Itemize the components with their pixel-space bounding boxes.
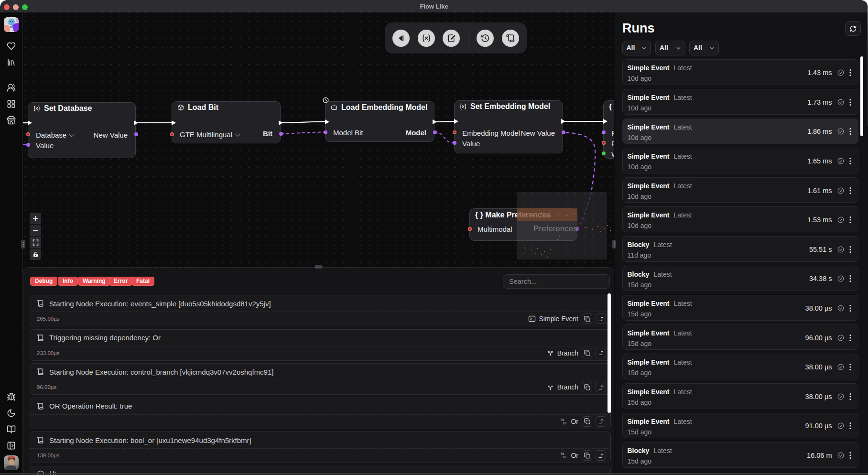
svg-text:01: 01 (561, 453, 564, 456)
svg-text:01: 01 (561, 419, 564, 422)
svg-text:10: 10 (563, 422, 566, 425)
svg-text:10: 10 (563, 456, 566, 459)
